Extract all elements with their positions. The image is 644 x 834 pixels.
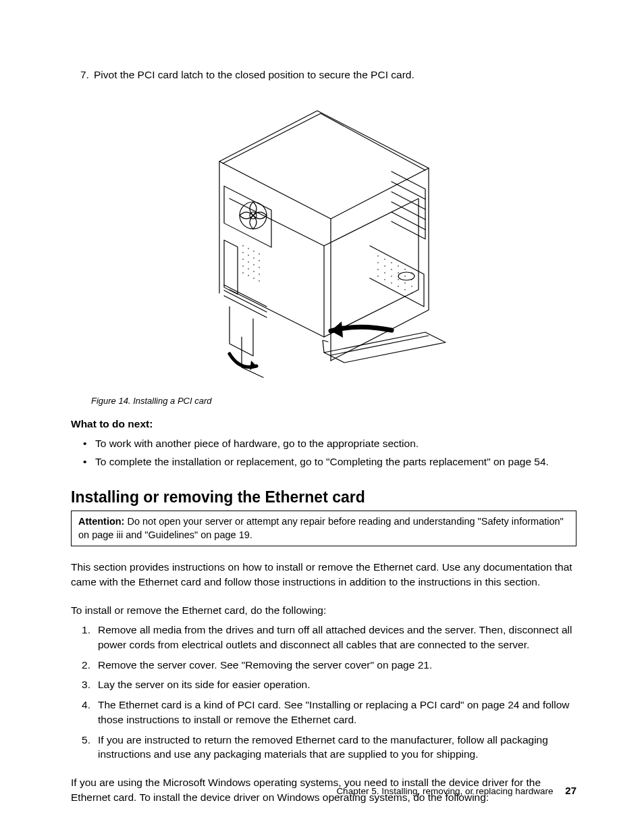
svg-point-39 [242, 252, 244, 253]
section-lead: To install or remove the Ethernet card, … [71, 603, 576, 618]
svg-point-12 [377, 262, 379, 263]
svg-line-59 [331, 336, 429, 355]
svg-point-6 [377, 255, 379, 257]
svg-marker-60 [331, 321, 343, 338]
step-7-text: Pivot the PCI card latch to the closed p… [94, 69, 414, 80]
svg-point-43 [242, 259, 244, 260]
svg-point-26 [391, 282, 392, 284]
svg-point-54 [259, 280, 260, 282]
section-intro: This section provides instructions on ho… [71, 560, 576, 589]
svg-point-37 [253, 251, 254, 252]
svg-point-44 [248, 261, 249, 263]
svg-line-55 [224, 285, 267, 307]
svg-line-2 [392, 182, 425, 199]
svg-point-41 [253, 257, 254, 259]
step-7-number: 7. [80, 68, 94, 82]
svg-point-46 [259, 267, 260, 268]
svg-point-35 [242, 245, 244, 246]
svg-line-56 [224, 290, 267, 312]
ethernet-step: If you are instructed to return the remo… [82, 733, 576, 762]
svg-point-48 [248, 268, 249, 269]
svg-point-10 [404, 269, 406, 270]
svg-point-14 [391, 269, 392, 270]
what-to-do-next-heading: What to do next: [71, 418, 576, 430]
attention-label: Attention: [78, 516, 124, 527]
svg-point-7 [384, 259, 385, 260]
section-heading-ethernet: Installing or removing the Ethernet card [71, 488, 576, 506]
what-to-do-next-list: To work with another piece of hardware, … [83, 436, 576, 470]
svg-point-16 [404, 276, 406, 277]
svg-point-9 [398, 265, 399, 267]
what-next-item: To complete the installation or replacem… [83, 454, 576, 469]
svg-point-20 [391, 276, 392, 277]
svg-point-28 [404, 289, 406, 290]
ethernet-step: Lay the server on its side for easier op… [82, 677, 576, 692]
svg-line-3 [392, 192, 425, 209]
svg-point-45 [253, 264, 254, 265]
svg-point-29 [411, 292, 412, 294]
svg-point-15 [398, 272, 399, 273]
svg-point-40 [248, 255, 249, 256]
svg-point-53 [253, 278, 254, 279]
svg-point-18 [377, 269, 379, 270]
svg-point-23 [411, 286, 412, 287]
ethernet-step: Remove all media from the drives and tur… [82, 623, 576, 652]
svg-point-42 [259, 260, 260, 261]
svg-point-19 [384, 272, 385, 273]
svg-point-21 [398, 279, 399, 280]
attention-text: Do not open your server or attempt any r… [78, 516, 564, 540]
svg-marker-58 [250, 361, 257, 370]
ethernet-steps: Remove all media from the drives and tur… [82, 623, 576, 762]
svg-point-27 [398, 286, 399, 287]
figure-14-caption: Figure 14. Installing a PCI card [91, 396, 576, 406]
svg-point-36 [248, 248, 249, 249]
page-footer: Chapter 5. Installing, removing, or repl… [71, 785, 576, 796]
svg-point-24 [377, 276, 379, 277]
svg-point-8 [391, 262, 392, 263]
ethernet-step: Remove the server cover. See "Removing t… [82, 658, 576, 673]
svg-point-22 [404, 282, 406, 284]
what-next-item: To work with another piece of hardware, … [83, 436, 576, 451]
ethernet-step: The Ethernet card is a kind of PCI card.… [82, 698, 576, 727]
attention-box: Attention: Do not open your server or at… [71, 511, 576, 546]
pci-install-illustration-icon [189, 104, 459, 381]
footer-chapter: Chapter 5. Installing, removing, or repl… [336, 786, 553, 796]
svg-point-50 [259, 273, 260, 275]
page: 7.Pivot the PCI card latch to the closed… [0, 0, 644, 834]
figure-14 [71, 104, 576, 384]
svg-point-52 [248, 275, 249, 276]
svg-line-4 [392, 202, 425, 219]
svg-point-30 [398, 272, 414, 280]
svg-line-57 [224, 296, 267, 317]
svg-rect-31 [224, 186, 271, 247]
figure-14-image [189, 104, 459, 381]
svg-point-51 [242, 272, 244, 273]
svg-point-49 [253, 271, 254, 272]
step-7: 7.Pivot the PCI card latch to the closed… [80, 68, 576, 82]
svg-point-47 [242, 265, 244, 267]
svg-point-13 [384, 265, 385, 267]
svg-line-5 [392, 212, 425, 230]
svg-point-38 [259, 253, 260, 255]
svg-point-25 [384, 279, 385, 280]
footer-page-number: 27 [565, 785, 576, 796]
